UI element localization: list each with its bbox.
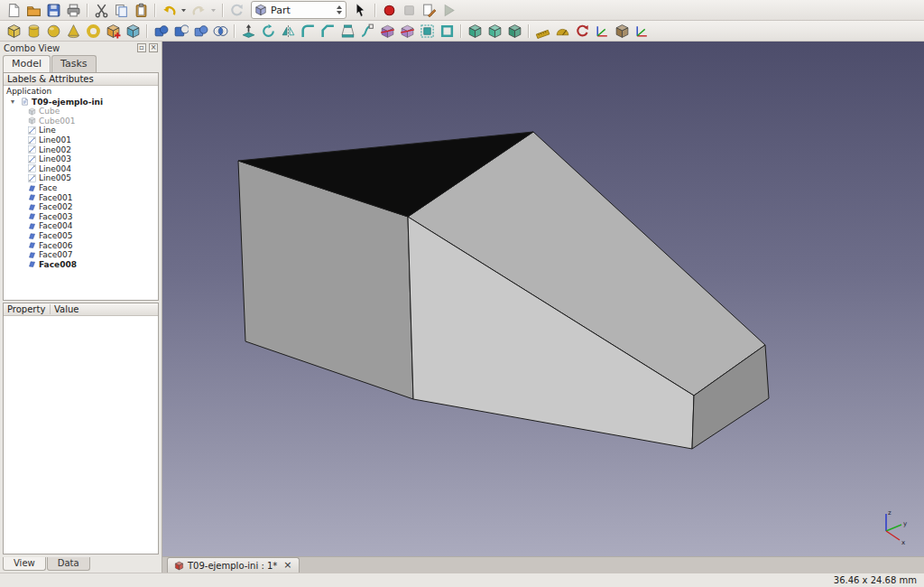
tree-item-line003[interactable]: Line003 bbox=[4, 154, 158, 164]
tree-item-face004[interactable]: Face004 bbox=[4, 221, 158, 231]
measure-toggle-all-button[interactable] bbox=[592, 22, 612, 40]
measure-linear-button[interactable] bbox=[532, 22, 552, 40]
macro-record-button[interactable] bbox=[379, 1, 399, 19]
property-table-body bbox=[4, 316, 158, 554]
measure-angular-button[interactable] bbox=[552, 22, 572, 40]
measure-toggle-3d-button[interactable] bbox=[612, 22, 632, 40]
copy-button[interactable] bbox=[111, 1, 131, 19]
tree-item-face[interactable]: Face bbox=[4, 183, 158, 193]
part-extrude-button[interactable] bbox=[238, 22, 258, 40]
tree-item-face001[interactable]: Face001 bbox=[4, 192, 158, 202]
part-chamfer-button[interactable] bbox=[318, 22, 337, 40]
combo-up-arrow[interactable] bbox=[337, 5, 342, 9]
part-loft-button[interactable] bbox=[337, 22, 357, 40]
undo-dropdown-arrow[interactable] bbox=[179, 1, 189, 19]
macro-edit-button[interactable] bbox=[419, 1, 439, 19]
tree-item-label: Line005 bbox=[39, 173, 71, 182]
tree-item-icon bbox=[28, 193, 36, 201]
tab-tasks[interactable]: Tasks bbox=[51, 55, 96, 72]
toolbar-separator bbox=[151, 1, 159, 19]
y-axis-label: y bbox=[903, 520, 907, 527]
combo-spin-arrows[interactable] bbox=[337, 5, 343, 14]
float-panel-button[interactable]: ▫ bbox=[137, 43, 146, 52]
paste-button[interactable] bbox=[131, 1, 151, 19]
tree-item-face006[interactable]: Face006 bbox=[4, 240, 158, 250]
boolean-operation-button[interactable] bbox=[151, 22, 171, 40]
tree-item-document[interactable]: ▾ T09-ejemplo-ini bbox=[4, 97, 158, 107]
workbench-selector-value: Part bbox=[271, 5, 333, 16]
combo-view-tabs: Model Tasks bbox=[0, 53, 162, 72]
property-editor-tabs: View Data bbox=[0, 556, 162, 573]
tree-item-line005[interactable]: Line005 bbox=[4, 173, 158, 183]
tree-item-label: Line001 bbox=[39, 135, 71, 144]
whats-this-button[interactable] bbox=[351, 1, 371, 19]
compound-make-button[interactable] bbox=[465, 22, 485, 40]
print-button[interactable] bbox=[63, 1, 83, 19]
tree-item-icon bbox=[28, 251, 36, 259]
cut-button[interactable] bbox=[91, 1, 111, 19]
tab-data[interactable]: Data bbox=[47, 557, 90, 571]
part-cone-button[interactable] bbox=[63, 22, 83, 40]
part-box-button[interactable] bbox=[4, 22, 23, 40]
refresh-button[interactable] bbox=[226, 1, 246, 19]
part-sweep-button[interactable] bbox=[357, 22, 377, 40]
part-section-button[interactable] bbox=[377, 22, 397, 40]
tree-item-line001[interactable]: Line001 bbox=[4, 135, 158, 145]
boolean-cut-button[interactable] bbox=[171, 22, 190, 40]
redo-dropdown-arrow[interactable] bbox=[208, 1, 218, 19]
tree-item-label: Line002 bbox=[39, 145, 71, 154]
part-thickness-button[interactable] bbox=[437, 22, 457, 40]
part-offset-button[interactable] bbox=[417, 22, 437, 40]
y-axis bbox=[886, 525, 901, 531]
macro-execute-button[interactable] bbox=[439, 1, 458, 19]
boolean-union-button[interactable] bbox=[190, 22, 210, 40]
tab-view[interactable]: View bbox=[3, 557, 46, 571]
tab-model[interactable]: Model bbox=[3, 55, 51, 72]
workbench-selector[interactable]: Part bbox=[251, 1, 346, 19]
part-torus-button[interactable] bbox=[83, 22, 103, 40]
tree-item-line004[interactable]: Line004 bbox=[4, 164, 158, 174]
part-revolve-button[interactable] bbox=[258, 22, 278, 40]
tree-item-icon bbox=[28, 222, 36, 230]
3d-viewport[interactable]: z y x bbox=[162, 42, 924, 556]
tree-item-icon bbox=[28, 145, 36, 154]
tree-item-icon bbox=[28, 241, 36, 249]
redo-button[interactable] bbox=[189, 1, 208, 19]
tree-item-face005[interactable]: Face005 bbox=[4, 231, 158, 241]
measure-refresh-button[interactable] bbox=[572, 22, 592, 40]
combo-down-arrow[interactable] bbox=[337, 11, 342, 14]
tree-item-cube001[interactable]: Cube001 bbox=[4, 116, 158, 126]
macro-stop-button[interactable] bbox=[399, 1, 419, 19]
boolean-intersection-button[interactable] bbox=[210, 22, 230, 40]
tree-item-face007[interactable]: Face007 bbox=[4, 250, 158, 260]
tree-item-cube[interactable]: Cube bbox=[4, 107, 158, 116]
property-editor: Property Value bbox=[3, 303, 159, 554]
3d-scene[interactable] bbox=[162, 42, 924, 556]
undo-button[interactable] bbox=[159, 1, 179, 19]
expander-icon[interactable]: ▾ bbox=[11, 98, 18, 106]
compound-filter-button[interactable] bbox=[504, 22, 524, 40]
close-tab-button[interactable]: × bbox=[283, 561, 291, 570]
toolbar-separator bbox=[218, 1, 226, 19]
part-mirror-button[interactable] bbox=[278, 22, 298, 40]
part-sphere-button[interactable] bbox=[43, 22, 63, 40]
tree-item-face002[interactable]: Face002 bbox=[4, 202, 158, 212]
toolbar-separator bbox=[371, 1, 379, 19]
document-tab[interactable]: T09-ejemplo-ini : 1* × bbox=[167, 557, 300, 573]
part-cross-sections-button[interactable] bbox=[397, 22, 417, 40]
toolbar-separator bbox=[230, 22, 238, 40]
open-document-button[interactable] bbox=[23, 1, 43, 19]
compound-explode-button[interactable] bbox=[485, 22, 504, 40]
measure-toggle-delta-button[interactable] bbox=[632, 22, 651, 40]
tree-item-face008[interactable]: Face008 bbox=[4, 260, 158, 270]
new-document-button[interactable] bbox=[4, 1, 23, 19]
part-cylinder-button[interactable] bbox=[23, 22, 43, 40]
part-fillet-button[interactable] bbox=[298, 22, 318, 40]
save-document-button[interactable] bbox=[43, 1, 63, 19]
part-shapebuilder-button[interactable] bbox=[123, 22, 143, 40]
tree-item-line[interactable]: Line bbox=[4, 126, 158, 135]
tree-item-face003[interactable]: Face003 bbox=[4, 212, 158, 222]
close-panel-button[interactable]: × bbox=[149, 43, 158, 52]
tree-item-line002[interactable]: Line002 bbox=[4, 144, 158, 154]
part-primitives-button[interactable] bbox=[103, 22, 123, 40]
